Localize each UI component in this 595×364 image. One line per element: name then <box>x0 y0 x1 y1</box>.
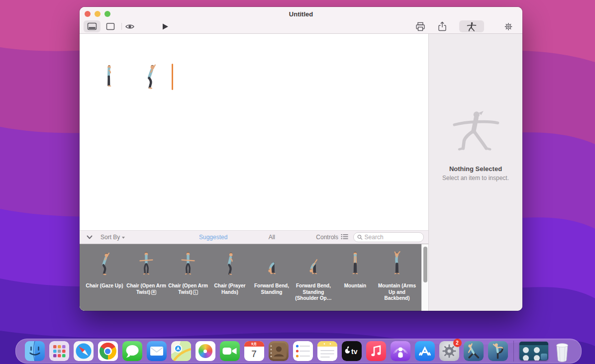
pose-figure <box>97 251 112 276</box>
tab-controls[interactable]: Controls <box>316 234 338 241</box>
dock-icon-podcasts[interactable] <box>391 341 410 361</box>
pose-thumbnail <box>222 251 238 276</box>
pose-thumbnail <box>97 251 112 276</box>
traffic-lights <box>85 11 110 17</box>
pose-label: Mountain <box>335 283 376 289</box>
dock-icon-photos[interactable] <box>196 341 215 361</box>
dock-icon-notes[interactable] <box>317 341 337 361</box>
sort-by-button[interactable]: Sort By <box>100 234 125 241</box>
svg-text:tv: tv <box>351 348 358 356</box>
pose-inspector-toggle-button[interactable] <box>459 20 484 32</box>
dock-icon-pocket-yoga-teacher[interactable] <box>488 341 508 361</box>
sequence-canvas[interactable]: Sort By SuggestedAllControls <box>80 34 429 311</box>
close-window-button[interactable] <box>85 11 91 17</box>
window-title: Untitled <box>80 7 522 21</box>
pose-label: Chair (Prayer Hands) <box>209 283 250 295</box>
dock-icon-trash[interactable] <box>553 341 573 361</box>
eye-icon <box>124 21 136 32</box>
mini-app-badge <box>541 354 547 360</box>
panel-bottom-icon <box>86 21 98 32</box>
pose-label: Mountain (Arms Up and Backbend) <box>377 283 417 302</box>
pose-figure <box>138 251 154 276</box>
library-pose-card[interactable]: Chair (Open Arm Twist)R <box>125 251 167 311</box>
pose-label: Chair (Open Arm Twist)L <box>168 283 208 295</box>
library-pose-card[interactable]: Chair (Open Arm Twist)L <box>167 251 209 311</box>
sort-by-label: Sort By <box>100 234 120 241</box>
tab-all[interactable]: All <box>269 234 275 241</box>
pose-figure <box>389 251 405 276</box>
timeline-pose[interactable] <box>101 62 116 92</box>
yoga-pose-icon <box>466 21 478 32</box>
library-pose-card[interactable]: Chair (Prayer Hands) <box>209 251 251 311</box>
titlebar[interactable]: Untitled <box>80 7 522 20</box>
dock-icon-facetime[interactable] <box>220 341 240 361</box>
dock-icon-mail[interactable] <box>147 341 167 361</box>
app-window: Untitled <box>80 7 522 311</box>
inspector-empty-subtitle: Select an item to inspect. <box>442 175 509 182</box>
warrior-pose-silhouette-icon <box>450 109 501 154</box>
dock-icon-pocket-yoga[interactable] <box>464 341 484 361</box>
gear-icon <box>502 21 514 32</box>
library-pose-card[interactable]: Forward Bend, Standing (Shoulder Op… <box>293 251 334 311</box>
search-field[interactable] <box>353 232 424 242</box>
sort-caret-icon <box>122 237 125 239</box>
dock-icon-reminders[interactable] <box>293 341 313 361</box>
zoom-window-button[interactable] <box>104 11 110 17</box>
collapse-library-button[interactable] <box>86 233 94 241</box>
pose-thumbnail <box>264 251 280 276</box>
list-view-button[interactable] <box>340 233 349 242</box>
library-pose-card[interactable]: Forward Bend, Standing <box>251 251 293 311</box>
calendar-day: 7 <box>244 347 264 361</box>
share-button[interactable] <box>434 20 451 32</box>
pose-label: Chair (Gaze Up) <box>84 283 125 289</box>
scrollbar-thumb[interactable] <box>423 247 427 282</box>
pose-thumbnail <box>389 251 405 276</box>
dock-icon-messages[interactable] <box>122 341 142 361</box>
minimized-window-thumbnail[interactable] <box>519 342 548 361</box>
print-button[interactable] <box>412 20 429 32</box>
library-pose-card[interactable]: Chair (Gaze Up) <box>84 251 125 311</box>
toolbar <box>80 20 522 33</box>
dock-icon-launchpad[interactable] <box>49 341 69 361</box>
play-button[interactable] <box>156 20 173 32</box>
share-icon <box>436 21 448 32</box>
preview-button[interactable] <box>121 20 138 32</box>
dock-icon-chrome[interactable] <box>98 341 118 361</box>
dock-icon-calendar[interactable]: 9月 7 <box>244 341 264 361</box>
library-pose-card[interactable]: Mountain <box>334 251 376 311</box>
minimize-window-button[interactable] <box>95 11 100 17</box>
dock-icon-settings[interactable]: 2 <box>439 341 459 361</box>
toggle-canvas-frame-button[interactable] <box>102 20 119 32</box>
library-tabs: SuggestedAllControls <box>199 234 338 241</box>
pose-label: Forward Bend, Standing <box>251 283 292 295</box>
library-filter-bar: Sort By SuggestedAllControls <box>80 230 428 244</box>
settings-button[interactable] <box>500 20 517 32</box>
pose-figure <box>180 251 196 276</box>
magnifier-icon <box>357 234 363 240</box>
timeline-pose[interactable] <box>141 62 159 92</box>
dock-icon-apple-tv[interactable]: tv <box>342 341 362 361</box>
dock: 9月 7 tv 2 <box>15 339 582 364</box>
chevron-down-icon <box>86 233 94 241</box>
dock-icon-music[interactable] <box>366 341 386 361</box>
search-input[interactable] <box>365 234 420 241</box>
inspector-empty-title: Nothing Selected <box>449 165 502 173</box>
library-pose-card[interactable]: Mountain (Arms Up and Backbend) <box>376 251 418 311</box>
pose-figure <box>347 251 363 276</box>
printer-icon <box>414 21 426 32</box>
dock-icon-app-store[interactable] <box>415 341 435 361</box>
pose-figure <box>141 62 159 91</box>
dock-icon-safari[interactable] <box>74 341 94 361</box>
dock-icon-maps[interactable] <box>171 341 191 361</box>
dock-divider <box>513 341 514 362</box>
tab-suggested[interactable]: Suggested <box>199 234 227 241</box>
toggle-bottom-panel-button[interactable] <box>84 20 100 32</box>
pose-figure <box>264 251 280 276</box>
dock-icon-finder[interactable] <box>25 341 45 361</box>
play-icon <box>159 21 171 32</box>
library-scrollbar[interactable] <box>421 244 428 311</box>
dock-icon-contacts[interactable] <box>269 341 289 361</box>
calendar-month: 9月 <box>244 341 264 347</box>
window-header[interactable]: Untitled <box>80 7 522 34</box>
pose-figure <box>305 251 321 276</box>
